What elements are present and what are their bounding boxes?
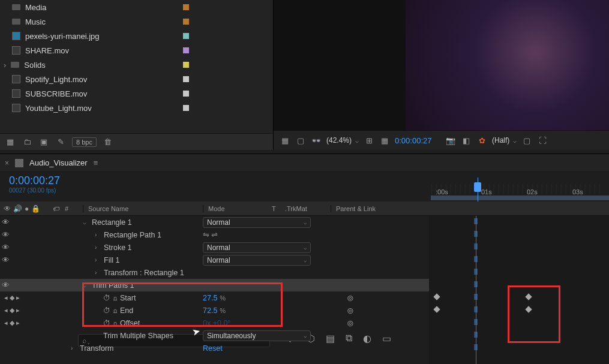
transparency-grid-icon[interactable]: ▦: [379, 135, 390, 146]
keyframe-nav[interactable]: ◂ ◆ ▸: [2, 319, 20, 327]
keyframe[interactable]: [433, 306, 440, 312]
twirl-icon[interactable]: ›: [95, 244, 101, 251]
toggle-mask-icon[interactable]: ▢: [295, 135, 306, 146]
tab-close-icon[interactable]: ×: [5, 159, 9, 167]
show-channel-icon[interactable]: ◧: [461, 135, 472, 146]
panel-menu-icon[interactable]: ≡: [94, 158, 98, 167]
label-swatch[interactable]: [183, 33, 189, 39]
work-area-bar[interactable]: [431, 195, 609, 200]
layer-row[interactable]: Trim Multiple ShapesSimultaneously: [0, 329, 429, 342]
trash-icon[interactable]: 🗑: [103, 137, 113, 148]
flow-icon[interactable]: ✎: [55, 137, 66, 148]
blend-mode-dropdown[interactable]: Normal: [203, 242, 311, 253]
keyframe[interactable]: [525, 293, 532, 300]
keyframe-nav[interactable]: ◂ ◆ ▸: [2, 306, 20, 314]
stopwatch-icon[interactable]: ⏱: [103, 306, 110, 315]
snapshot-icon[interactable]: 📷: [445, 135, 456, 146]
project-item[interactable]: Spotify_Light.mov: [0, 72, 273, 86]
stopwatch-icon[interactable]: ⏱: [103, 319, 110, 327]
visibility-eye-icon[interactable]: 👁: [2, 281, 10, 290]
label-swatch[interactable]: [183, 47, 189, 53]
3d-view-icon[interactable]: 👓: [311, 135, 322, 146]
label-swatch[interactable]: [183, 4, 189, 10]
twirl-icon[interactable]: ›: [95, 269, 101, 276]
visibility-eye-icon[interactable]: 👁: [2, 230, 10, 239]
region-icon[interactable]: ▢: [521, 135, 532, 146]
layer-row[interactable]: ›Transform : Rectangle 1: [0, 266, 429, 279]
quality-dropdown[interactable]: (Half): [492, 136, 517, 145]
col-trkmat[interactable]: .TrkMat: [283, 205, 331, 212]
property-value[interactable]: 72.5: [203, 306, 217, 315]
keyframe[interactable]: [525, 306, 532, 312]
label-swatch[interactable]: [183, 105, 189, 111]
stopwatch-icon[interactable]: ⏱: [103, 294, 110, 302]
twirl-icon[interactable]: ⌵: [83, 219, 89, 225]
layer-row[interactable]: 👁⌵Rectangle 1Normal: [0, 216, 429, 228]
keyframe[interactable]: [433, 293, 440, 300]
graph-icon[interactable]: ⩍: [113, 319, 117, 327]
path-operation-icons[interactable]: ⇋ ⇌: [203, 230, 218, 239]
preview-timecode[interactable]: 0:00:00:27: [395, 136, 440, 145]
label-swatch[interactable]: [183, 91, 189, 97]
zoom-dropdown[interactable]: (42.4%): [326, 136, 359, 145]
twirl-icon[interactable]: ⌵: [83, 282, 89, 288]
property-value[interactable]: 0x +0.0°: [203, 319, 230, 327]
layer-row[interactable]: 👁›Rectangle Path 1⇋ ⇌: [0, 228, 429, 241]
project-item[interactable]: › Solids: [0, 58, 273, 72]
layer-row[interactable]: ◂ ◆ ▸⏱⩍Offset0x +0.0°⊚: [0, 317, 429, 329]
graph-icon[interactable]: ⩍: [113, 294, 117, 302]
project-item[interactable]: Music: [0, 14, 273, 29]
project-item[interactable]: Media: [0, 0, 273, 14]
solo-col-icon[interactable]: ●: [25, 204, 29, 213]
layer-row[interactable]: ◂ ◆ ▸⏱⩍End72.5 %⊚: [0, 304, 429, 317]
time-ruler[interactable]: :00s01s02s03s: [431, 178, 609, 201]
project-item[interactable]: Youtube_Light.mov: [0, 101, 273, 115]
twirl-icon[interactable]: ›: [71, 345, 77, 351]
visibility-eye-icon[interactable]: 👁: [2, 218, 10, 227]
audio-col-icon[interactable]: 🔊: [13, 204, 22, 213]
pickwhip-icon[interactable]: ⊚: [347, 318, 354, 328]
layer-row[interactable]: ◂ ◆ ▸⏱⩍Start27.5 %⊚: [0, 291, 429, 304]
property-value[interactable]: 27.5: [203, 294, 217, 302]
color-depth-toggle[interactable]: 8 bpc: [72, 137, 97, 147]
grid-icon[interactable]: ▦: [280, 135, 290, 146]
layer-row[interactable]: 👁›Fill 1Normal: [0, 254, 429, 266]
blend-mode-dropdown[interactable]: Normal: [203, 255, 311, 266]
layer-row[interactable]: 👁›Stroke 1Normal: [0, 241, 429, 254]
col-mode[interactable]: Mode: [203, 205, 272, 212]
blend-mode-dropdown[interactable]: Simultaneously: [203, 330, 311, 341]
color-mgmt-icon[interactable]: ✿: [476, 135, 487, 146]
col-source-name[interactable]: Source Name: [83, 205, 203, 212]
interpret-footage-icon[interactable]: ▦: [5, 137, 16, 148]
preview-frame[interactable]: [406, 0, 609, 130]
graph-icon[interactable]: ⩍: [113, 306, 117, 315]
blend-mode-dropdown[interactable]: Normal: [203, 217, 311, 228]
project-item[interactable]: SHARE.mov: [0, 43, 273, 58]
label-swatch[interactable]: [183, 62, 189, 68]
pickwhip-icon[interactable]: ⊚: [347, 293, 354, 303]
new-folder-icon[interactable]: 🗀: [22, 137, 32, 148]
lock-col-icon[interactable]: 🔒: [31, 204, 40, 213]
comp-tab-label[interactable]: Audio_Visualizer: [29, 158, 88, 167]
label-swatch[interactable]: [183, 76, 189, 82]
pickwhip-icon[interactable]: ⊚: [347, 306, 354, 315]
reset-link[interactable]: Reset: [203, 344, 223, 353]
project-item[interactable]: pexels-yuri-manei.jpg: [0, 29, 273, 43]
fullscreen-icon[interactable]: ⛶: [537, 135, 548, 146]
twirl-icon[interactable]: ›: [95, 257, 101, 263]
col-parent[interactable]: Parent & Link: [331, 205, 609, 212]
label-swatch[interactable]: [183, 19, 189, 25]
video-col-icon[interactable]: 👁: [4, 204, 11, 213]
twirl-icon[interactable]: ›: [95, 231, 101, 238]
timeline-tracks-area[interactable]: [429, 216, 609, 364]
project-item[interactable]: SUBSCRIBE.mov: [0, 86, 273, 101]
visibility-eye-icon[interactable]: 👁: [2, 255, 10, 264]
layer-row[interactable]: ›TransformReset: [0, 342, 429, 354]
resolution-icon[interactable]: ⊞: [364, 135, 374, 146]
new-comp-icon[interactable]: ▣: [38, 137, 49, 148]
keyframe-nav[interactable]: ◂ ◆ ▸: [2, 294, 20, 302]
visibility-eye-icon[interactable]: 👁: [2, 243, 10, 252]
layer-row[interactable]: 👁⌵Trim Paths 1: [0, 279, 429, 291]
col-number: #: [65, 205, 83, 212]
label-col-icon[interactable]: 🏷: [53, 205, 59, 212]
